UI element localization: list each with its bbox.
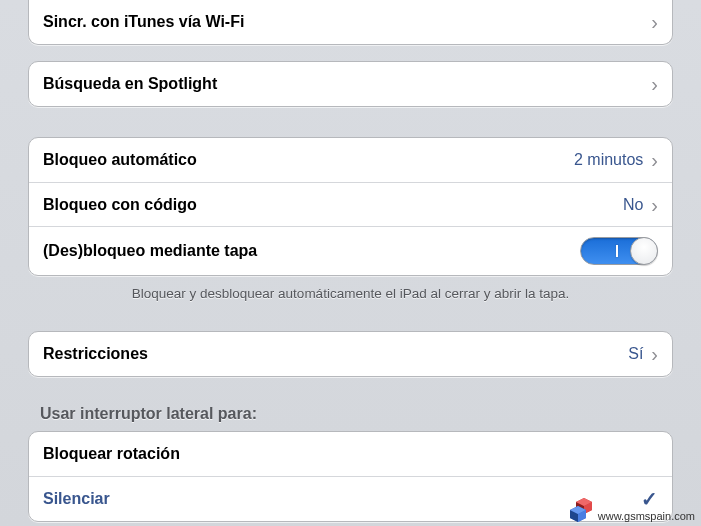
chevron-right-icon: ›: [651, 12, 658, 32]
spotlight-label: Búsqueda en Spotlight: [43, 75, 651, 93]
cover-lock-toggle[interactable]: [580, 237, 658, 265]
watermark-text: www.gsmspain.com: [598, 510, 695, 522]
chevron-right-icon: ›: [651, 74, 658, 94]
chevron-right-icon: ›: [651, 150, 658, 170]
row-itunes-wifi-sync[interactable]: Sincr. con iTunes vía Wi-Fi ›: [29, 0, 672, 44]
restrictions-label: Restricciones: [43, 345, 628, 363]
toggle-on-indicator-icon: [607, 237, 627, 265]
auto-lock-label: Bloqueo automático: [43, 151, 574, 169]
row-restrictions[interactable]: Restricciones Sí ›: [29, 332, 672, 376]
row-auto-lock[interactable]: Bloqueo automático 2 minutos ›: [29, 138, 672, 182]
lock-rotation-label: Bloquear rotación: [43, 445, 658, 463]
toggle-knob: [630, 237, 658, 265]
restrictions-value: Sí: [628, 345, 643, 363]
chevron-right-icon: ›: [651, 195, 658, 215]
cover-lock-label: (Des)bloqueo mediante tapa: [43, 242, 580, 260]
itunes-wifi-label: Sincr. con iTunes vía Wi-Fi: [43, 13, 651, 31]
auto-lock-value: 2 minutos: [574, 151, 643, 169]
cover-lock-caption: Bloquear y desbloquear automáticamente e…: [28, 286, 673, 301]
chevron-right-icon: ›: [651, 344, 658, 364]
mute-label: Silenciar: [43, 490, 641, 508]
row-spotlight-search[interactable]: Búsqueda en Spotlight ›: [29, 62, 672, 106]
watermark: www.gsmspain.com: [568, 498, 695, 522]
passcode-lock-label: Bloqueo con código: [43, 196, 623, 214]
row-lock-rotation[interactable]: Bloquear rotación: [29, 432, 672, 476]
side-switch-header: Usar interruptor lateral para:: [40, 405, 673, 423]
row-cover-lock[interactable]: (Des)bloqueo mediante tapa: [29, 226, 672, 275]
row-passcode-lock[interactable]: Bloqueo con código No ›: [29, 182, 672, 226]
passcode-lock-value: No: [623, 196, 643, 214]
cube-logo-icon: [568, 498, 594, 522]
